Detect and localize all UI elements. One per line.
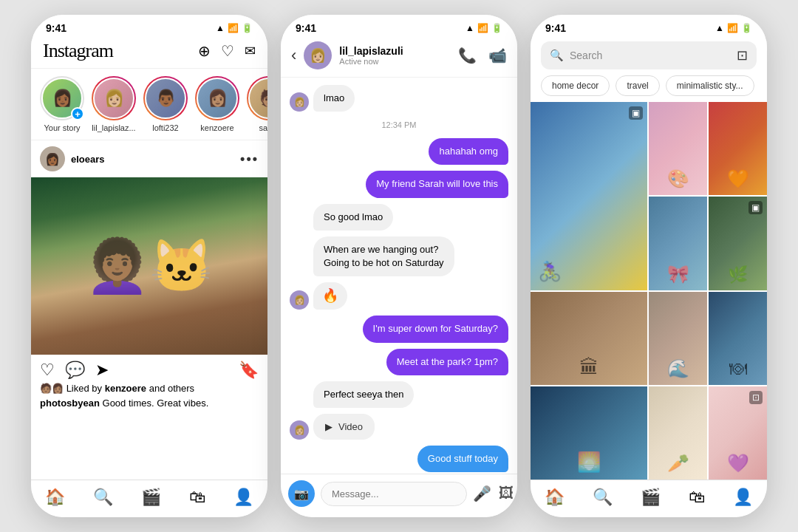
- grid-cell-8[interactable]: 🍽: [709, 292, 767, 385]
- grid-cell-3[interactable]: 🧡: [709, 102, 767, 195]
- msg-row-sent2: My friend Sarah will love this: [290, 171, 508, 197]
- battery-icon: 🔋: [242, 23, 253, 33]
- explore-nav-search[interactable]: 🔍: [593, 488, 613, 507]
- msg-bubble-video[interactable]: ▶ Video: [313, 414, 375, 440]
- msg-avatar-sm: 👩🏼: [290, 92, 309, 112]
- explore-nav-reels[interactable]: 🎬: [641, 488, 661, 507]
- status-bar-3: 9:41 ▲ 📶 🔋: [531, 15, 767, 37]
- battery-icon-2: 🔋: [491, 23, 502, 33]
- msg-row-sent4: Meet at the park? 1pm?: [290, 349, 508, 375]
- story-item-lofti[interactable]: 👨🏾 lofti232: [143, 76, 188, 132]
- share-button[interactable]: ➤: [95, 361, 109, 380]
- nav-reels[interactable]: 🎬: [141, 488, 161, 507]
- heart-icon[interactable]: ♡: [221, 42, 234, 60]
- phone-dm: 9:41 ▲ 📶 🔋 ‹ 👩🏼 lil_lapislazuli Active n…: [281, 15, 517, 517]
- grid-icon-11: ⊡: [749, 391, 763, 404]
- story-item-sap[interactable]: 🧑🏽 sap...: [247, 76, 267, 132]
- explore-nav-profile[interactable]: 👤: [733, 488, 753, 507]
- dm-header: ‹ 👩🏼 lil_lapislazuli Active now 📞 📹: [281, 37, 517, 78]
- filter-tab-minimalistic[interactable]: minimalistic sty...: [666, 75, 754, 96]
- add-story-btn[interactable]: +: [71, 107, 84, 120]
- search-placeholder[interactable]: Search: [570, 50, 731, 61]
- dm-username[interactable]: lil_lapislazuli: [339, 45, 403, 57]
- post-more-button[interactable]: •••: [240, 151, 259, 167]
- wifi-icon-3: 📶: [727, 23, 738, 33]
- post-actions-left: ♡ 💬 ➤: [40, 361, 109, 380]
- grid-cell-9[interactable]: 🌅: [531, 386, 647, 480]
- grid-cell-10[interactable]: 🥕: [649, 386, 707, 480]
- status-icons-1: ▲ 📶 🔋: [216, 23, 253, 33]
- story-item-your[interactable]: 👩🏾 + Your story: [40, 76, 84, 132]
- msg-bubble-park: Meet at the park? 1pm?: [386, 349, 508, 375]
- grid-cell-6[interactable]: 🏛: [531, 292, 647, 385]
- msg-bubble-fire: 🔥: [313, 282, 347, 310]
- wifi-icon-2: 📶: [477, 23, 488, 33]
- grid-cell-1[interactable]: ▣ 🚴🏾‍♀️: [531, 102, 647, 290]
- msg-row-recv2: When are we hanging out?Going to be hot …: [290, 236, 508, 276]
- msg-bubble-sogood: So good lmao: [313, 204, 393, 231]
- grid-cell-5[interactable]: ▣ 🌿: [709, 197, 767, 290]
- add-post-icon[interactable]: ⊕: [198, 42, 211, 60]
- search-icon: 🔍: [550, 49, 564, 62]
- call-icon[interactable]: 📞: [458, 47, 477, 64]
- explore-nav-shop[interactable]: 🛍: [689, 488, 705, 507]
- save-button[interactable]: 🔖: [239, 361, 259, 380]
- phone-feed: 9:41 ▲ 📶 🔋 Instagram ⊕ ♡ ✉ 👩🏾 +: [31, 15, 267, 517]
- caption-text: Good times. Great vibes.: [103, 398, 209, 409]
- comment-button[interactable]: 💬: [65, 361, 85, 380]
- like-button[interactable]: ♡: [40, 361, 55, 380]
- video-call-icon[interactable]: 📹: [488, 47, 507, 64]
- msg-bubble-sarah: My friend Sarah will love this: [366, 171, 508, 197]
- msg-row-recv1: So good lmao: [290, 204, 508, 231]
- dm-user-details: lil_lapislazuli Active now: [339, 45, 403, 66]
- grid-cell-11[interactable]: ⊡ 💜: [709, 386, 767, 480]
- story-item-lapis[interactable]: 👩🏼 lil_lapislaz...: [92, 76, 136, 132]
- nav-profile[interactable]: 👤: [233, 488, 253, 507]
- stories-row: 👩🏾 + Your story 👩🏼 lil_lapislaz... 👨🏾 lo…: [31, 69, 267, 140]
- msg-bubble-perfect: Perfect seeya then: [313, 381, 414, 408]
- back-button[interactable]: ‹: [291, 46, 296, 65]
- camera-button[interactable]: 📷: [288, 480, 315, 507]
- msg-row-sent3: I'm super down for Saturday?: [290, 316, 508, 342]
- story-avatar-lapis: 👩🏼: [93, 78, 134, 119]
- post-header: 👩🏾 eloears •••: [31, 140, 267, 177]
- msg-row: 👩🏼 lmao: [290, 85, 508, 112]
- story-avatar-wrap-lofti: 👨🏾: [143, 76, 188, 120]
- message-input[interactable]: [321, 482, 467, 506]
- grid-cell-7[interactable]: 🌊: [649, 292, 707, 385]
- qr-icon[interactable]: ⊡: [737, 47, 748, 64]
- search-bar[interactable]: 🔍 Search ⊡: [541, 41, 757, 69]
- filter-tab-travel[interactable]: travel: [615, 75, 659, 96]
- dm-header-icons: 📞 📹: [458, 47, 507, 64]
- post-username[interactable]: eloears: [71, 154, 105, 165]
- dm-avatar[interactable]: 👩🏼: [304, 41, 332, 69]
- nav-shop[interactable]: 🛍: [189, 488, 205, 507]
- dm-status: Active now: [339, 57, 403, 66]
- story-label-your: Your story: [44, 123, 80, 132]
- signal-icon-2: ▲: [466, 23, 474, 33]
- dm-input-area: 📷 🎤 🖼 😊: [281, 474, 517, 517]
- wifi-icon: 📶: [228, 23, 239, 33]
- grid-cell-4[interactable]: 🎀: [649, 197, 707, 290]
- post-caption: photosbyean Good times. Great vibes.: [31, 397, 267, 413]
- explore-nav: 🏠 🔍 🎬 🛍 👤: [531, 480, 767, 517]
- mic-icon[interactable]: 🎤: [473, 485, 491, 502]
- filter-tab-home[interactable]: home decor: [541, 75, 610, 96]
- dm-user-info: 👩🏼 lil_lapislazuli Active now: [304, 41, 451, 69]
- grid-cell-2[interactable]: 🎨: [649, 102, 707, 195]
- filter-tabs: home decor travel minimalistic sty...: [541, 75, 757, 96]
- story-avatar-wrap-sap: 🧑🏽: [247, 76, 267, 120]
- explore-nav-home[interactable]: 🏠: [545, 488, 565, 507]
- nav-home[interactable]: 🏠: [45, 488, 65, 507]
- msg-bubble-lmao: lmao: [313, 85, 355, 112]
- nav-search[interactable]: 🔍: [93, 488, 113, 507]
- story-avatar-sap: 🧑🏽: [248, 78, 267, 119]
- post-image: 👩🏾‍🦱🐱: [31, 177, 267, 355]
- story-item-kenz[interactable]: 👩🏽 kenzoere: [195, 76, 239, 132]
- post-avatar[interactable]: 👩🏾: [40, 146, 65, 171]
- explore-grid: ▣ 🚴🏾‍♀️ 🎨 🧡 🎀 ▣ 🌿 🏛 🌊: [531, 102, 767, 480]
- image-icon[interactable]: 🖼: [499, 485, 514, 502]
- video-label: Video: [338, 421, 363, 432]
- msg-row-sent1: hahahah omg: [290, 138, 508, 165]
- messenger-icon[interactable]: ✉: [245, 43, 256, 59]
